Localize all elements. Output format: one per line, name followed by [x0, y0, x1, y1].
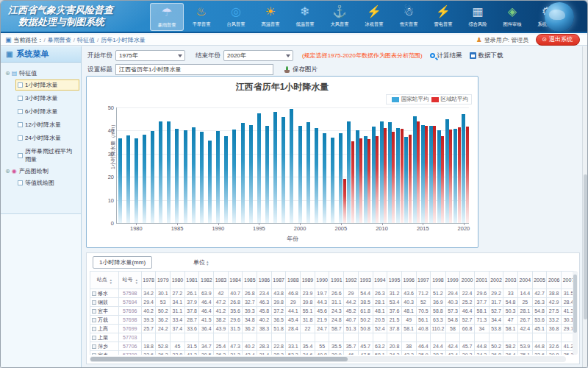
- col-year[interactable]: 1978: [141, 272, 156, 289]
- toolbar-item-high-temp[interactable]: ☀高温普查: [254, 3, 287, 31]
- tree-parent-0[interactable]: ⊕▤特征值: [5, 69, 79, 77]
- save-image-button[interactable]: 保存图片: [284, 66, 318, 74]
- col-year[interactable]: 1994: [373, 272, 387, 289]
- expand-icon[interactable]: ⊕: [5, 168, 10, 174]
- station-name-cell[interactable]: 萍乡: [90, 342, 119, 351]
- station-name-cell[interactable]: 修水: [90, 289, 119, 298]
- row-select-icon[interactable]: [92, 327, 96, 331]
- col-year[interactable]: 2005: [532, 272, 547, 289]
- col-year[interactable]: 2000: [460, 272, 475, 289]
- tree-item[interactable]: 等值线绘图: [15, 177, 79, 188]
- toolbar-item-snow[interactable]: ☃雪灾普查: [392, 3, 426, 31]
- station-name-cell[interactable]: 上栗: [90, 333, 119, 342]
- tree-item[interactable]: 3小时降水量: [15, 93, 79, 104]
- tree-item[interactable]: 1小时降水量: [15, 79, 79, 91]
- station-name-cell[interactable]: 上高: [90, 325, 119, 333]
- horizontal-scrollbar[interactable]: [90, 356, 566, 362]
- chart-title-input[interactable]: [115, 64, 273, 75]
- row-select-icon[interactable]: [92, 318, 96, 322]
- station-name-cell[interactable]: 宜春: [90, 351, 119, 355]
- col-year[interactable]: 1987: [271, 272, 286, 289]
- col-station-id[interactable]: 站号 ▴▾: [118, 272, 141, 289]
- col-year[interactable]: 1981: [184, 272, 199, 289]
- toolbar-item-map-review[interactable]: ◈图件审核: [495, 3, 529, 31]
- col-year[interactable]: 1991: [329, 272, 344, 289]
- station-name-cell[interactable]: 宜丰: [90, 307, 119, 316]
- table-row[interactable]: 宜春5770822.636.233.841.330.536.231.242.43…: [90, 351, 576, 355]
- row-select-icon[interactable]: [92, 309, 96, 314]
- col-year[interactable]: 1985: [243, 272, 257, 289]
- col-year[interactable]: 1984: [228, 272, 243, 289]
- col-year[interactable]: 1983: [214, 272, 229, 289]
- end-year-select[interactable]: 2020年: [223, 50, 293, 61]
- table-vscroll-thumb[interactable]: [573, 275, 577, 333]
- row-select-icon[interactable]: [92, 353, 96, 355]
- table-row[interactable]: 万载5769839.336.233.428.741.538.229.634.84…: [90, 316, 576, 325]
- table-row[interactable]: 宜丰5769640.250.231.137.846.441.235.639.34…: [90, 307, 576, 316]
- sort-icon[interactable]: ▴▾: [110, 278, 112, 284]
- calc-button[interactable]: 计算结果: [430, 52, 462, 60]
- table-row[interactable]: 上栗57703: [90, 333, 576, 342]
- col-year[interactable]: 1986: [257, 272, 272, 289]
- toolbar-item-composite-risk[interactable]: ▦综合风险: [461, 3, 495, 31]
- col-year[interactable]: 2004: [518, 272, 533, 289]
- station-name-cell[interactable]: 铜鼓: [90, 298, 119, 307]
- toolbar-item-hail[interactable]: ⚡冰雹普查: [357, 3, 391, 31]
- toolbar-item-lightning[interactable]: ⚡雷电普查: [426, 3, 460, 31]
- bar-regional: [368, 139, 370, 223]
- breadcrumb-item[interactable]: 特征值: [77, 37, 95, 43]
- breadcrumb-item[interactable]: 暴雨普查: [48, 37, 71, 43]
- tree-item[interactable]: 6小时降水量: [15, 106, 79, 117]
- tree-item[interactable]: 12小时降水量: [15, 119, 79, 130]
- logout-button[interactable]: ⊙ 退出系统: [536, 34, 580, 46]
- window-vertical-scrollbar[interactable]: [582, 46, 587, 367]
- tree-parent-1[interactable]: ⊕◉产品图绘制: [5, 167, 79, 175]
- window-vscroll-thumb[interactable]: [584, 174, 587, 319]
- col-year[interactable]: 2001: [474, 272, 489, 289]
- toolbar-item-typhoon[interactable]: ◎台风普查: [219, 3, 253, 31]
- data-table-wrap[interactable]: 站点 ▴▾站号 ▴▾197819791980198119821983198419…: [90, 271, 576, 355]
- expand-icon[interactable]: ⊕: [5, 70, 10, 77]
- tree-item[interactable]: 24小时降水量: [15, 132, 79, 144]
- col-year[interactable]: 1993: [358, 272, 373, 289]
- table-row[interactable]: 萍乡5770618.852.84531.534.725.447.340.228.…: [90, 342, 576, 351]
- col-year[interactable]: 1998: [431, 272, 445, 289]
- download-button[interactable]: 数据下载: [470, 52, 503, 60]
- col-year[interactable]: 1979: [156, 272, 171, 289]
- col-year[interactable]: 2002: [489, 272, 503, 289]
- col-year[interactable]: 1980: [171, 272, 185, 289]
- station-name-cell[interactable]: 万载: [90, 316, 119, 325]
- col-year[interactable]: 1997: [416, 272, 431, 289]
- row-select-icon[interactable]: [92, 344, 96, 349]
- sort-icon[interactable]: ▴▾: [135, 278, 137, 284]
- col-year[interactable]: 2006: [547, 272, 562, 289]
- col-year[interactable]: 1996: [401, 272, 416, 289]
- table-row[interactable]: 修水5759834.230.127.226.163.94240.726.823.…: [90, 289, 576, 298]
- col-year[interactable]: 1988: [286, 272, 301, 289]
- col-year[interactable]: 1992: [344, 272, 359, 289]
- col-year[interactable]: 2003: [503, 272, 518, 289]
- table-row[interactable]: 铜鼓5769429.45334.137.946.447.226.832.746.…: [90, 298, 576, 307]
- data-table[interactable]: 站点 ▴▾站号 ▴▾197819791980198119821983198419…: [90, 271, 576, 355]
- toolbar-item-gale[interactable]: ⚓大风普查: [323, 3, 356, 31]
- col-year[interactable]: 1999: [445, 272, 460, 289]
- toolbar-item-rainstorm[interactable]: ☂暴雨普查: [150, 3, 184, 31]
- row-select-icon[interactable]: [92, 336, 96, 340]
- breadcrumb-item[interactable]: 历年1小时降水量: [101, 37, 145, 43]
- col-year[interactable]: 1995: [387, 272, 402, 289]
- table-vertical-scrollbar[interactable]: [573, 271, 578, 355]
- start-year-select[interactable]: 1975年: [115, 50, 185, 61]
- toolbar-item-low-temp[interactable]: ❄低温普查: [288, 3, 322, 31]
- col-station[interactable]: 站点 ▴▾: [90, 272, 119, 289]
- row-select-icon[interactable]: [92, 291, 96, 296]
- table-row[interactable]: 上高5769925.724.237.433.636.443.931.536.23…: [90, 325, 576, 333]
- col-year[interactable]: 1990: [315, 272, 329, 289]
- col-year[interactable]: 1989: [301, 272, 315, 289]
- hscroll-thumb[interactable]: [90, 357, 348, 361]
- sidebar-title: ▣ 系统菜单: [1, 46, 81, 63]
- toolbar-item-drought[interactable]: ♨干旱普查: [184, 3, 218, 31]
- row-select-icon[interactable]: [92, 300, 96, 305]
- unit-dropdown[interactable]: 单位 ▴▾: [193, 258, 209, 266]
- col-year[interactable]: 1982: [199, 272, 214, 289]
- tree-item[interactable]: 历年暴雨过程平均雨量: [15, 146, 79, 165]
